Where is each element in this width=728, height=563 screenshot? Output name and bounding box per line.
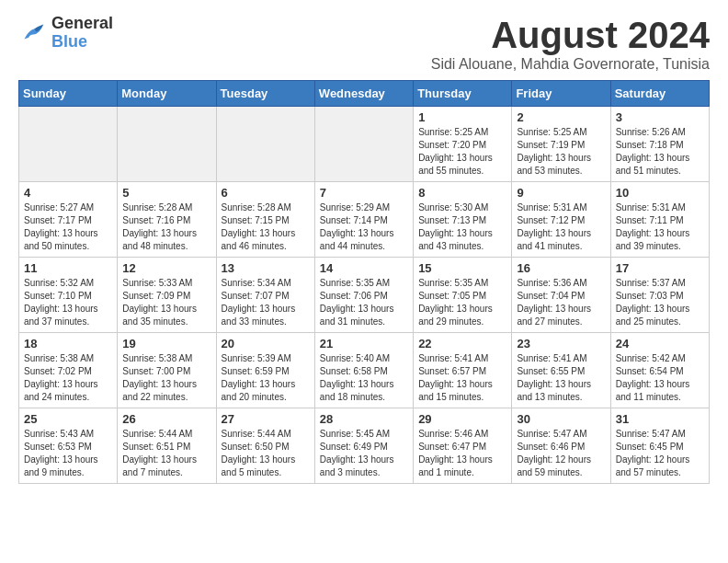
day-number: 12 — [122, 261, 210, 275]
empty-cell — [19, 107, 118, 182]
day-number: 4 — [24, 186, 112, 200]
day-5: 5 Sunrise: 5:28 AM Sunset: 7:16 PM Dayli… — [118, 182, 216, 258]
day-number: 27 — [222, 412, 310, 426]
day-number: 5 — [122, 186, 210, 200]
day-number: 9 — [517, 186, 605, 200]
day-info: Sunrise: 5:26 AM Sunset: 7:18 PM Dayligh… — [616, 126, 704, 178]
day-info: Sunrise: 5:28 AM Sunset: 7:16 PM Dayligh… — [122, 201, 210, 253]
day-8: 8 Sunrise: 5:30 AM Sunset: 7:13 PM Dayli… — [414, 182, 512, 258]
day-4: 4 Sunrise: 5:27 AM Sunset: 7:17 PM Dayli… — [19, 182, 118, 258]
day-number: 19 — [122, 337, 210, 350]
day-number: 31 — [616, 412, 704, 426]
day-1: 1 Sunrise: 5:25 AM Sunset: 7:20 PM Dayli… — [414, 107, 512, 182]
day-info: Sunrise: 5:38 AM Sunset: 7:00 PM Dayligh… — [122, 352, 210, 404]
day-info: Sunrise: 5:25 AM Sunset: 7:20 PM Dayligh… — [418, 126, 506, 178]
header-friday: Friday — [512, 81, 610, 107]
day-number: 29 — [418, 412, 506, 426]
day-info: Sunrise: 5:46 AM Sunset: 6:47 PM Dayligh… — [418, 428, 506, 479]
empty-cell — [216, 107, 314, 182]
day-info: Sunrise: 5:42 AM Sunset: 6:54 PM Dayligh… — [616, 352, 704, 404]
day-number: 14 — [320, 261, 408, 275]
day-26: 26 Sunrise: 5:44 AM Sunset: 6:51 PM Dayl… — [118, 408, 216, 484]
week-row-5: 25 Sunrise: 5:43 AM Sunset: 6:53 PM Dayl… — [19, 408, 710, 484]
day-info: Sunrise: 5:41 AM Sunset: 6:57 PM Dayligh… — [418, 352, 506, 404]
day-15: 15 Sunrise: 5:35 AM Sunset: 7:05 PM Dayl… — [414, 258, 512, 333]
month-year-title: August 2024 — [431, 15, 710, 56]
day-number: 30 — [517, 412, 605, 426]
day-21: 21 Sunrise: 5:40 AM Sunset: 6:58 PM Dayl… — [314, 333, 413, 408]
day-28: 28 Sunrise: 5:45 AM Sunset: 6:49 PM Dayl… — [314, 408, 413, 484]
day-info: Sunrise: 5:40 AM Sunset: 6:58 PM Dayligh… — [320, 352, 408, 404]
day-info: Sunrise: 5:35 AM Sunset: 7:05 PM Dayligh… — [418, 277, 506, 328]
day-10: 10 Sunrise: 5:31 AM Sunset: 7:11 PM Dayl… — [610, 182, 709, 258]
day-info: Sunrise: 5:29 AM Sunset: 7:14 PM Dayligh… — [320, 201, 408, 253]
day-info: Sunrise: 5:25 AM Sunset: 7:19 PM Dayligh… — [517, 126, 605, 178]
day-number: 25 — [24, 412, 112, 426]
day-info: Sunrise: 5:35 AM Sunset: 7:06 PM Dayligh… — [320, 277, 408, 328]
empty-cell — [314, 107, 413, 182]
day-14: 14 Sunrise: 5:35 AM Sunset: 7:06 PM Dayl… — [314, 258, 413, 333]
day-info: Sunrise: 5:32 AM Sunset: 7:10 PM Dayligh… — [24, 277, 112, 328]
day-info: Sunrise: 5:36 AM Sunset: 7:04 PM Dayligh… — [517, 277, 605, 328]
day-7: 7 Sunrise: 5:29 AM Sunset: 7:14 PM Dayli… — [314, 182, 413, 258]
day-info: Sunrise: 5:38 AM Sunset: 7:02 PM Dayligh… — [24, 352, 112, 404]
day-17: 17 Sunrise: 5:37 AM Sunset: 7:03 PM Dayl… — [610, 258, 709, 333]
day-number: 22 — [418, 337, 506, 350]
day-number: 15 — [418, 261, 506, 275]
day-23: 23 Sunrise: 5:41 AM Sunset: 6:55 PM Dayl… — [512, 333, 610, 408]
day-2: 2 Sunrise: 5:25 AM Sunset: 7:19 PM Dayli… — [512, 107, 610, 182]
day-11: 11 Sunrise: 5:32 AM Sunset: 7:10 PM Dayl… — [19, 258, 118, 333]
title-block: August 2024 Sidi Alouane, Mahdia Governo… — [431, 15, 710, 73]
day-number: 8 — [418, 186, 506, 200]
day-info: Sunrise: 5:47 AM Sunset: 6:45 PM Dayligh… — [616, 428, 704, 479]
day-info: Sunrise: 5:33 AM Sunset: 7:09 PM Dayligh… — [122, 277, 210, 328]
day-18: 18 Sunrise: 5:38 AM Sunset: 7:02 PM Dayl… — [19, 333, 118, 408]
day-number: 28 — [320, 412, 408, 426]
day-number: 20 — [222, 337, 310, 350]
day-number: 21 — [320, 337, 408, 350]
header-tuesday: Tuesday — [216, 81, 314, 107]
day-9: 9 Sunrise: 5:31 AM Sunset: 7:12 PM Dayli… — [512, 182, 610, 258]
day-number: 13 — [222, 261, 310, 275]
header-sunday: Sunday — [19, 81, 118, 107]
day-number: 11 — [24, 261, 112, 275]
day-info: Sunrise: 5:47 AM Sunset: 6:46 PM Dayligh… — [517, 428, 605, 479]
day-info: Sunrise: 5:45 AM Sunset: 6:49 PM Dayligh… — [320, 428, 408, 479]
day-number: 16 — [517, 261, 605, 275]
day-info: Sunrise: 5:37 AM Sunset: 7:03 PM Dayligh… — [616, 277, 704, 328]
location-subtitle: Sidi Alouane, Mahdia Governorate, Tunisi… — [431, 56, 710, 73]
day-16: 16 Sunrise: 5:36 AM Sunset: 7:04 PM Dayl… — [512, 258, 610, 333]
day-info: Sunrise: 5:34 AM Sunset: 7:07 PM Dayligh… — [222, 277, 310, 328]
day-number: 1 — [418, 110, 506, 124]
day-number: 3 — [616, 110, 704, 124]
header-monday: Monday — [118, 81, 216, 107]
day-24: 24 Sunrise: 5:42 AM Sunset: 6:54 PM Dayl… — [610, 333, 709, 408]
page-header: General Blue August 2024 Sidi Alouane, M… — [0, 0, 728, 80]
day-20: 20 Sunrise: 5:39 AM Sunset: 6:59 PM Dayl… — [216, 333, 314, 408]
day-13: 13 Sunrise: 5:34 AM Sunset: 7:07 PM Dayl… — [216, 258, 314, 333]
week-row-4: 18 Sunrise: 5:38 AM Sunset: 7:02 PM Dayl… — [19, 333, 710, 408]
day-number: 18 — [24, 337, 112, 350]
day-number: 24 — [616, 337, 704, 350]
day-number: 10 — [616, 186, 704, 200]
header-thursday: Thursday — [414, 81, 512, 107]
day-25: 25 Sunrise: 5:43 AM Sunset: 6:53 PM Dayl… — [19, 408, 118, 484]
day-info: Sunrise: 5:44 AM Sunset: 6:50 PM Dayligh… — [222, 428, 310, 479]
header-saturday: Saturday — [610, 81, 709, 107]
day-number: 23 — [517, 337, 605, 350]
day-info: Sunrise: 5:27 AM Sunset: 7:17 PM Dayligh… — [24, 201, 112, 253]
day-info: Sunrise: 5:31 AM Sunset: 7:11 PM Dayligh… — [616, 201, 704, 253]
day-number: 17 — [616, 261, 704, 275]
empty-cell — [118, 107, 216, 182]
calendar-wrapper: Sunday Monday Tuesday Wednesday Thursday… — [0, 80, 728, 493]
day-19: 19 Sunrise: 5:38 AM Sunset: 7:00 PM Dayl… — [118, 333, 216, 408]
day-number: 26 — [122, 412, 210, 426]
day-3: 3 Sunrise: 5:26 AM Sunset: 7:18 PM Dayli… — [610, 107, 709, 182]
day-info: Sunrise: 5:39 AM Sunset: 6:59 PM Dayligh… — [222, 352, 310, 404]
day-31: 31 Sunrise: 5:47 AM Sunset: 6:45 PM Dayl… — [610, 408, 709, 484]
day-info: Sunrise: 5:28 AM Sunset: 7:15 PM Dayligh… — [222, 201, 310, 253]
logo-icon — [18, 18, 48, 48]
day-number: 6 — [222, 186, 310, 200]
day-6: 6 Sunrise: 5:28 AM Sunset: 7:15 PM Dayli… — [216, 182, 314, 258]
header-wednesday: Wednesday — [314, 81, 413, 107]
